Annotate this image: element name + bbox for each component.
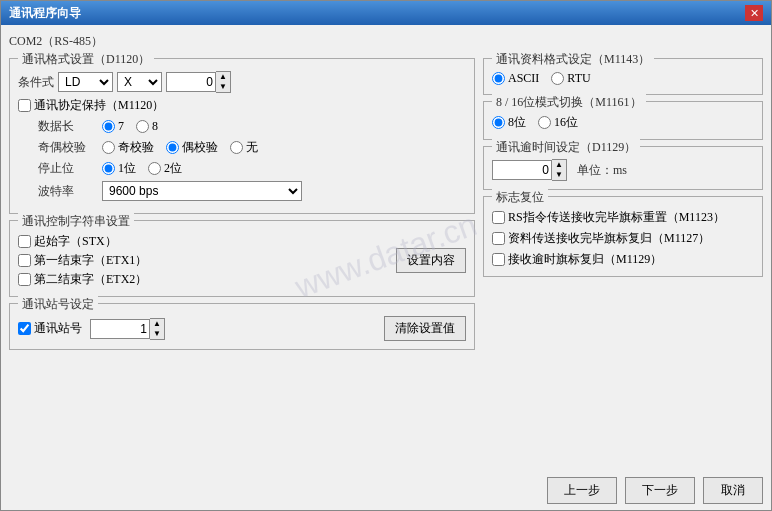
bit8-radio[interactable] bbox=[492, 116, 505, 129]
condition-row: 条件式 LD LDI X Y M ▲ bbox=[18, 71, 466, 93]
stop1-radio[interactable] bbox=[102, 162, 115, 175]
parity-radio-group: 奇校验 偶校验 无 bbox=[102, 139, 258, 156]
condition-x-select[interactable]: X Y M bbox=[117, 72, 162, 92]
clear-btn[interactable]: 清除设置值 bbox=[384, 316, 466, 341]
cancel-button[interactable]: 取消 bbox=[703, 477, 763, 504]
dl7-radio[interactable] bbox=[102, 120, 115, 133]
config-btn[interactable]: 设置内容 bbox=[396, 248, 466, 273]
timeout-spinner-down[interactable]: ▼ bbox=[552, 170, 566, 180]
dl8-label[interactable]: 8 bbox=[136, 119, 158, 134]
station-checkbox-label[interactable]: 通讯站号 bbox=[18, 320, 82, 337]
control-string-inner: 起始字（STX） 第一结束字（ETX1） 第二结束字（ETX2） bbox=[18, 233, 466, 288]
protocol-label: 通讯协定保持（M1120） bbox=[34, 97, 164, 114]
parity-label: 奇偶校验 bbox=[38, 139, 98, 156]
recv-timeout-flag-label[interactable]: 接收逾时旗标复归（M1129） bbox=[492, 251, 754, 268]
right-format-radio-group: ASCII RTU bbox=[492, 71, 754, 86]
rs-flag-label[interactable]: RS指令传送接收完毕旗标重置（M1123） bbox=[492, 209, 754, 226]
data-length-label: 数据长 bbox=[38, 118, 98, 135]
station-spinner-up[interactable]: ▲ bbox=[150, 319, 164, 329]
spinner-down-btn[interactable]: ▼ bbox=[216, 82, 230, 92]
condition-ld-select[interactable]: LD LDI bbox=[58, 72, 113, 92]
etx2-checkbox[interactable] bbox=[18, 273, 31, 286]
next-button[interactable]: 下一步 bbox=[625, 477, 695, 504]
station-spinner-down[interactable]: ▼ bbox=[150, 329, 164, 339]
protocol-checkbox-label[interactable]: 通讯协定保持（M1120） bbox=[18, 97, 164, 114]
parity-even-radio[interactable] bbox=[166, 141, 179, 154]
data-recv-flag-label[interactable]: 资料传送接收完毕旗标复归（M1127） bbox=[492, 230, 754, 247]
format-group-title: 通讯格式设置（D1120） bbox=[18, 51, 154, 68]
dl8-radio[interactable] bbox=[136, 120, 149, 133]
timeout-spinner-up[interactable]: ▲ bbox=[552, 160, 566, 170]
ascii-label[interactable]: ASCII bbox=[492, 71, 539, 86]
baud-select[interactable]: 9600 bps 19200 bps 38400 bps 115200 bps bbox=[102, 181, 302, 201]
data-length-radio-group: 7 8 bbox=[102, 119, 158, 134]
station-checkbox[interactable] bbox=[18, 322, 31, 335]
bit8-text: 8位 bbox=[508, 114, 526, 131]
parity-odd-radio[interactable] bbox=[102, 141, 115, 154]
station-input[interactable] bbox=[90, 319, 150, 339]
station-spinner: ▲ ▼ bbox=[90, 318, 165, 340]
parity-even-text: 偶校验 bbox=[182, 139, 218, 156]
parity-none-label[interactable]: 无 bbox=[230, 139, 258, 156]
window-title: 通讯程序向导 bbox=[9, 5, 81, 22]
station-group: 通讯站号设定 通讯站号 ▲ ▼ bbox=[9, 303, 475, 350]
bit-mode-title: 8 / 16位模式切换（M1161） bbox=[492, 94, 646, 111]
bit-mode-group: 8 / 16位模式切换（M1161） 8位 16位 bbox=[483, 101, 763, 140]
etx1-label: 第一结束字（ETX1） bbox=[34, 252, 147, 269]
stop2-text: 2位 bbox=[164, 160, 182, 177]
protocol-row: 通讯协定保持（M1120） bbox=[18, 97, 466, 114]
stx-label: 起始字（STX） bbox=[34, 233, 117, 250]
bit8-label[interactable]: 8位 bbox=[492, 114, 526, 131]
close-button[interactable]: ✕ bbox=[745, 5, 763, 21]
etx2-checkbox-label[interactable]: 第二结束字（ETX2） bbox=[18, 271, 388, 288]
dl7-label[interactable]: 7 bbox=[102, 119, 124, 134]
condition-number-input[interactable] bbox=[166, 72, 216, 92]
recv-timeout-flag-checkbox[interactable] bbox=[492, 253, 505, 266]
parity-odd-label[interactable]: 奇校验 bbox=[102, 139, 154, 156]
ascii-radio[interactable] bbox=[492, 72, 505, 85]
stop2-radio[interactable] bbox=[148, 162, 161, 175]
rtu-text: RTU bbox=[567, 71, 590, 86]
stop1-text: 1位 bbox=[118, 160, 136, 177]
spinner-up-btn[interactable]: ▲ bbox=[216, 72, 230, 82]
bit16-radio[interactable] bbox=[538, 116, 551, 129]
config-btn-container: 设置内容 bbox=[396, 233, 466, 288]
bottom-buttons: 上一步 下一步 取消 bbox=[1, 471, 771, 510]
flag-group: 标志复位 RS指令传送接收完毕旗标重置（M1123） 资料传送接收完毕旗标复归（… bbox=[483, 196, 763, 277]
stx-checkbox-label[interactable]: 起始字（STX） bbox=[18, 233, 388, 250]
rtu-label[interactable]: RTU bbox=[551, 71, 590, 86]
title-bar: 通讯程序向导 ✕ bbox=[1, 1, 771, 25]
control-string-group: 通讯控制字符串设置 起始字（STX） 第一结束字（ETX1） bbox=[9, 220, 475, 297]
spinner-buttons: ▲ ▼ bbox=[216, 71, 231, 93]
etx1-checkbox-label[interactable]: 第一结束字（ETX1） bbox=[18, 252, 388, 269]
stop1-label[interactable]: 1位 bbox=[102, 160, 136, 177]
parity-none-radio[interactable] bbox=[230, 141, 243, 154]
data-recv-flag-checkbox[interactable] bbox=[492, 232, 505, 245]
rtu-radio[interactable] bbox=[551, 72, 564, 85]
rs-flag-checkbox[interactable] bbox=[492, 211, 505, 224]
timeout-group: 通讯逾时间设定（D1129） ▲ ▼ 单位：ms bbox=[483, 146, 763, 190]
station-spinner-buttons: ▲ ▼ bbox=[150, 318, 165, 340]
station-group-title: 通讯站号设定 bbox=[18, 296, 98, 313]
stop-bit-radio-group: 1位 2位 bbox=[102, 160, 182, 177]
right-format-group: 通讯资料格式设定（M1143） ASCII RTU bbox=[483, 58, 763, 95]
station-row: 通讯站号 ▲ ▼ 清除设置值 bbox=[18, 316, 466, 341]
protocol-checkbox[interactable] bbox=[18, 99, 31, 112]
stop2-label[interactable]: 2位 bbox=[148, 160, 182, 177]
timeout-title: 通讯逾时间设定（D1129） bbox=[492, 139, 640, 156]
parity-none-text: 无 bbox=[246, 139, 258, 156]
parity-even-label[interactable]: 偶校验 bbox=[166, 139, 218, 156]
main-content: COM2（RS-485） 通讯格式设置（D1120） 条件式 LD LDI bbox=[1, 25, 771, 471]
bit-mode-radio-group: 8位 16位 bbox=[492, 114, 754, 131]
timeout-input[interactable] bbox=[492, 160, 552, 180]
parity-odd-text: 奇校验 bbox=[118, 139, 154, 156]
stx-checkbox[interactable] bbox=[18, 235, 31, 248]
etx2-label: 第二结束字（ETX2） bbox=[34, 271, 147, 288]
stop-bit-row: 停止位 1位 2位 bbox=[18, 160, 466, 177]
bit16-label[interactable]: 16位 bbox=[538, 114, 578, 131]
etx1-checkbox[interactable] bbox=[18, 254, 31, 267]
prev-button[interactable]: 上一步 bbox=[547, 477, 617, 504]
condition-number-spinner: ▲ ▼ bbox=[166, 71, 231, 93]
parity-row: 奇偶校验 奇校验 偶校验 bbox=[18, 139, 466, 156]
stop-bit-label: 停止位 bbox=[38, 160, 98, 177]
